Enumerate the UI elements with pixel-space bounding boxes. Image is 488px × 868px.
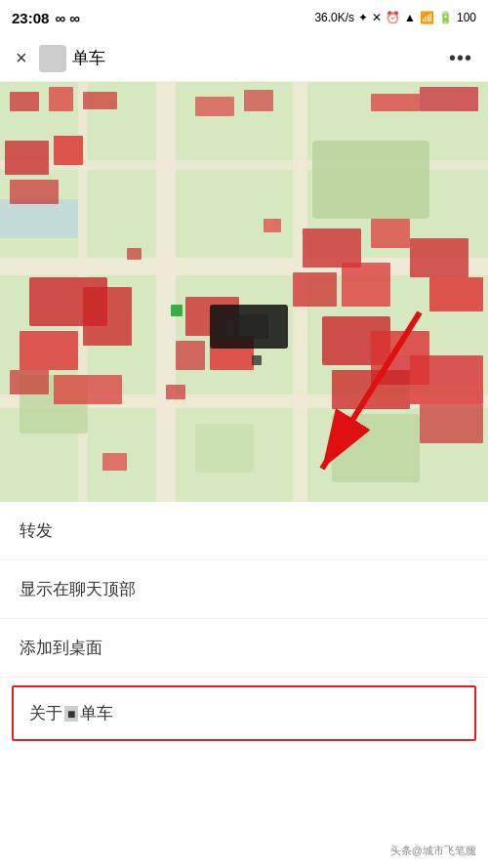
attribution-label: 头条@城市飞笔腿 xyxy=(386,842,480,860)
svg-rect-20 xyxy=(5,141,49,175)
map-area xyxy=(0,82,488,502)
top-chat-label: 显示在聊天顶部 xyxy=(20,580,136,599)
svg-rect-7 xyxy=(312,141,429,219)
svg-rect-48 xyxy=(220,314,268,339)
svg-rect-18 xyxy=(371,94,420,111)
infinity-icon: ∞ ∞ xyxy=(55,10,80,26)
svg-rect-49 xyxy=(252,355,262,365)
close-button[interactable]: × xyxy=(16,47,27,69)
app-name-label: 单车 xyxy=(72,47,105,69)
menu-item-forward[interactable]: 转发 xyxy=(0,502,488,560)
status-bar: 23:08 ∞ ∞ 36.0K/s ✦ ✕ ⏰ ▲ 📶 🔋 100 xyxy=(0,0,488,35)
svg-rect-27 xyxy=(10,370,49,394)
about-label: 关于■单车 xyxy=(29,704,113,723)
svg-rect-22 xyxy=(10,180,59,204)
cell-signal-icon: 📶 xyxy=(420,11,434,24)
svg-rect-14 xyxy=(49,87,73,111)
svg-rect-15 xyxy=(83,92,117,109)
svg-rect-45 xyxy=(102,453,127,471)
menu-item-add-desktop[interactable]: 添加到桌面 xyxy=(0,619,488,678)
svg-rect-43 xyxy=(264,219,281,232)
status-left: 23:08 ∞ ∞ xyxy=(12,10,80,26)
svg-rect-26 xyxy=(54,375,122,404)
svg-rect-24 xyxy=(20,331,78,370)
bluetooth-icon: ✦ xyxy=(358,11,368,24)
svg-rect-17 xyxy=(244,90,273,111)
red-arrow-indicator xyxy=(283,293,459,492)
svg-rect-10 xyxy=(195,424,254,473)
app-logo-icon xyxy=(39,45,66,72)
svg-line-51 xyxy=(322,312,420,469)
svg-rect-42 xyxy=(127,248,142,260)
svg-rect-13 xyxy=(10,92,39,111)
svg-rect-25 xyxy=(83,287,132,346)
status-right: 36.0K/s ✦ ✕ ⏰ ▲ 📶 🔋 100 xyxy=(314,11,476,24)
clock-icon: ⏰ xyxy=(386,11,400,24)
svg-rect-2 xyxy=(156,82,176,502)
header-left: × 单车 xyxy=(16,45,105,72)
menu-item-about[interactable]: 关于■单车 xyxy=(12,685,476,741)
speed-display: 36.0K/s xyxy=(314,11,354,24)
menu-item-top-chat[interactable]: 显示在聊天顶部 xyxy=(0,560,488,619)
svg-rect-30 xyxy=(176,341,205,370)
app-logo-area: 单车 xyxy=(39,45,105,72)
battery-display: 🔋 xyxy=(438,11,453,24)
svg-rect-31 xyxy=(303,228,361,268)
svg-rect-21 xyxy=(54,136,83,165)
time-display: 23:08 xyxy=(12,10,49,26)
forward-label: 转发 xyxy=(20,521,53,540)
app-header: × 单车 ••• xyxy=(0,35,488,82)
add-desktop-label: 添加到桌面 xyxy=(20,639,102,657)
svg-rect-46 xyxy=(171,305,183,316)
battery-percent: 100 xyxy=(457,11,476,24)
menu-area: 转发 显示在聊天顶部 添加到桌面 关于■单车 xyxy=(0,502,488,741)
svg-rect-11 xyxy=(0,199,78,238)
wifi-icon: ▲ xyxy=(404,11,416,24)
svg-rect-34 xyxy=(371,219,410,248)
svg-rect-35 xyxy=(410,238,468,277)
more-options-button[interactable]: ••• xyxy=(449,47,472,69)
svg-rect-16 xyxy=(195,97,234,116)
signal-slash-icon: ✕ xyxy=(372,11,382,24)
svg-rect-44 xyxy=(166,385,185,399)
svg-rect-19 xyxy=(420,87,478,111)
